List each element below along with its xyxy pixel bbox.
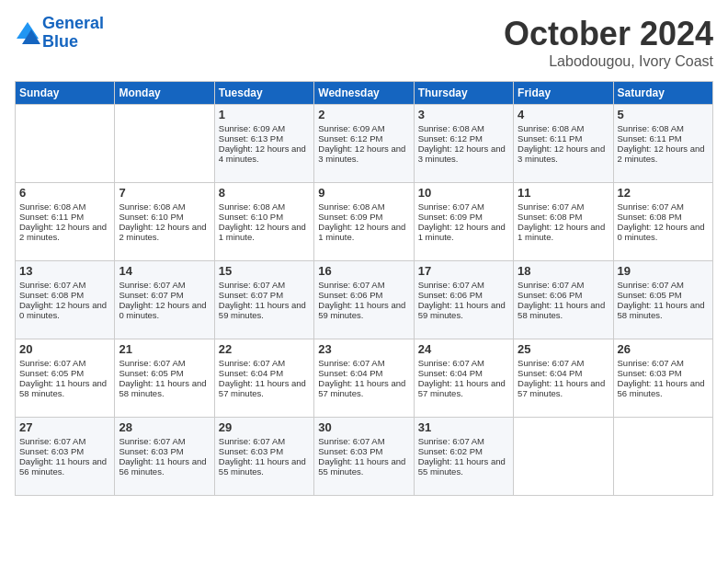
calendar-cell — [613, 418, 712, 496]
sunrise: Sunrise: 6:09 AM — [318, 123, 384, 133]
header-row: SundayMondayTuesdayWednesdayThursdayFrid… — [16, 82, 713, 105]
sunset: Sunset: 6:04 PM — [318, 368, 382, 378]
daylight: Daylight: 12 hours and 3 minutes. — [318, 144, 405, 164]
sunrise: Sunrise: 6:07 AM — [518, 201, 584, 212]
daylight: Daylight: 12 hours and 0 minutes. — [19, 300, 107, 320]
calendar-cell: 5 Sunrise: 6:08 AM Sunset: 6:11 PM Dayli… — [613, 105, 712, 183]
day-number: 24 — [418, 342, 509, 356]
sunset: Sunset: 6:13 PM — [219, 133, 283, 144]
sunset: Sunset: 6:12 PM — [418, 133, 483, 144]
sunset: Sunset: 6:04 PM — [219, 368, 283, 378]
daylight: Daylight: 11 hours and 58 minutes. — [618, 300, 705, 320]
daylight: Daylight: 11 hours and 55 minutes. — [318, 456, 405, 477]
daylight: Daylight: 11 hours and 55 minutes. — [418, 456, 506, 477]
sunrise: Sunrise: 6:07 AM — [618, 201, 684, 212]
sunset: Sunset: 6:03 PM — [219, 446, 283, 456]
sunrise: Sunrise: 6:08 AM — [318, 201, 384, 212]
day-number: 17 — [418, 264, 509, 278]
sunrise: Sunrise: 6:07 AM — [618, 358, 684, 368]
day-number: 10 — [418, 186, 509, 200]
day-number: 21 — [119, 342, 210, 356]
sunrise: Sunrise: 6:07 AM — [418, 358, 484, 368]
day-number: 16 — [318, 264, 409, 278]
daylight: Daylight: 11 hours and 58 minutes. — [19, 378, 107, 398]
weekday-header: Wednesday — [314, 82, 414, 105]
sunrise: Sunrise: 6:07 AM — [318, 358, 384, 368]
daylight: Daylight: 12 hours and 3 minutes. — [418, 144, 506, 164]
day-number: 1 — [219, 108, 310, 121]
sunrise: Sunrise: 6:07 AM — [518, 280, 584, 290]
calendar-cell: 7 Sunrise: 6:08 AM Sunset: 6:10 PM Dayli… — [115, 183, 214, 261]
day-number: 19 — [618, 264, 709, 278]
day-number: 14 — [119, 264, 210, 278]
sunset: Sunset: 6:08 PM — [19, 290, 84, 300]
weekday-header: Thursday — [414, 82, 513, 105]
calendar-cell: 12 Sunrise: 6:07 AM Sunset: 6:08 PM Dayl… — [613, 183, 712, 261]
sunset: Sunset: 6:09 PM — [418, 212, 483, 222]
calendar-cell: 23 Sunrise: 6:07 AM Sunset: 6:04 PM Dayl… — [314, 339, 414, 418]
daylight: Daylight: 11 hours and 56 minutes. — [618, 378, 705, 398]
sunset: Sunset: 6:11 PM — [518, 133, 582, 144]
calendar-cell: 24 Sunrise: 6:07 AM Sunset: 6:04 PM Dayl… — [414, 339, 513, 418]
sunset: Sunset: 6:08 PM — [618, 212, 682, 222]
sunset: Sunset: 6:05 PM — [618, 290, 682, 300]
sunset: Sunset: 6:12 PM — [318, 133, 382, 144]
sunset: Sunset: 6:05 PM — [19, 368, 84, 378]
title-block: October 2024 Labodougou, Ivory Coast — [504, 15, 713, 70]
sunset: Sunset: 6:10 PM — [119, 212, 183, 222]
sunrise: Sunrise: 6:07 AM — [318, 436, 384, 446]
calendar-cell: 13 Sunrise: 6:07 AM Sunset: 6:08 PM Dayl… — [16, 261, 115, 339]
calendar-cell: 19 Sunrise: 6:07 AM Sunset: 6:05 PM Dayl… — [613, 261, 712, 339]
daylight: Daylight: 12 hours and 2 minutes. — [618, 144, 705, 164]
weekday-header: Monday — [115, 82, 214, 105]
calendar-week-row: 20 Sunrise: 6:07 AM Sunset: 6:05 PM Dayl… — [16, 339, 713, 418]
sunrise: Sunrise: 6:07 AM — [618, 280, 684, 290]
month-title: October 2024 — [504, 15, 713, 53]
day-number: 4 — [518, 108, 609, 121]
daylight: Daylight: 12 hours and 1 minute. — [318, 222, 405, 242]
sunset: Sunset: 6:06 PM — [518, 290, 582, 300]
calendar-cell: 25 Sunrise: 6:07 AM Sunset: 6:04 PM Dayl… — [514, 339, 613, 418]
day-number: 25 — [518, 342, 609, 356]
sunrise: Sunrise: 6:08 AM — [618, 123, 684, 133]
calendar-cell: 16 Sunrise: 6:07 AM Sunset: 6:06 PM Dayl… — [314, 261, 414, 339]
day-number: 22 — [219, 342, 310, 356]
sunset: Sunset: 6:06 PM — [318, 290, 382, 300]
sunrise: Sunrise: 6:07 AM — [119, 358, 185, 368]
daylight: Daylight: 12 hours and 0 minutes. — [618, 222, 705, 242]
sunrise: Sunrise: 6:07 AM — [219, 436, 285, 446]
daylight: Daylight: 12 hours and 4 minutes. — [219, 144, 306, 164]
weekday-header: Saturday — [613, 82, 712, 105]
sunset: Sunset: 6:03 PM — [318, 446, 382, 456]
calendar-week-row: 1 Sunrise: 6:09 AM Sunset: 6:13 PM Dayli… — [16, 105, 713, 183]
calendar-cell: 6 Sunrise: 6:08 AM Sunset: 6:11 PM Dayli… — [16, 183, 115, 261]
sunset: Sunset: 6:04 PM — [418, 368, 483, 378]
day-number: 11 — [518, 186, 609, 200]
day-number: 2 — [318, 108, 409, 121]
sunrise: Sunrise: 6:07 AM — [119, 280, 185, 290]
daylight: Daylight: 11 hours and 57 minutes. — [418, 378, 506, 398]
calendar-cell: 10 Sunrise: 6:07 AM Sunset: 6:09 PM Dayl… — [414, 183, 513, 261]
location-title: Labodougou, Ivory Coast — [504, 53, 713, 70]
sunrise: Sunrise: 6:08 AM — [518, 123, 584, 133]
sunset: Sunset: 6:03 PM — [618, 368, 682, 378]
calendar-cell: 15 Sunrise: 6:07 AM Sunset: 6:07 PM Dayl… — [214, 261, 313, 339]
sunrise: Sunrise: 6:09 AM — [219, 123, 285, 133]
calendar-cell — [115, 105, 214, 183]
day-number: 13 — [19, 264, 110, 278]
day-number: 23 — [318, 342, 409, 356]
daylight: Daylight: 11 hours and 57 minutes. — [219, 378, 306, 398]
daylight: Daylight: 12 hours and 0 minutes. — [119, 300, 206, 320]
calendar-cell: 26 Sunrise: 6:07 AM Sunset: 6:03 PM Dayl… — [613, 339, 712, 418]
day-number: 7 — [119, 186, 210, 200]
calendar-cell: 14 Sunrise: 6:07 AM Sunset: 6:07 PM Dayl… — [115, 261, 214, 339]
calendar-cell: 31 Sunrise: 6:07 AM Sunset: 6:02 PM Dayl… — [414, 418, 513, 496]
sunrise: Sunrise: 6:07 AM — [219, 280, 285, 290]
sunset: Sunset: 6:07 PM — [219, 290, 283, 300]
weekday-header: Friday — [514, 82, 613, 105]
calendar-cell: 28 Sunrise: 6:07 AM Sunset: 6:03 PM Dayl… — [115, 418, 214, 496]
daylight: Daylight: 11 hours and 59 minutes. — [219, 300, 306, 320]
day-number: 6 — [19, 186, 110, 200]
sunset: Sunset: 6:04 PM — [518, 368, 582, 378]
day-number: 26 — [618, 342, 709, 356]
